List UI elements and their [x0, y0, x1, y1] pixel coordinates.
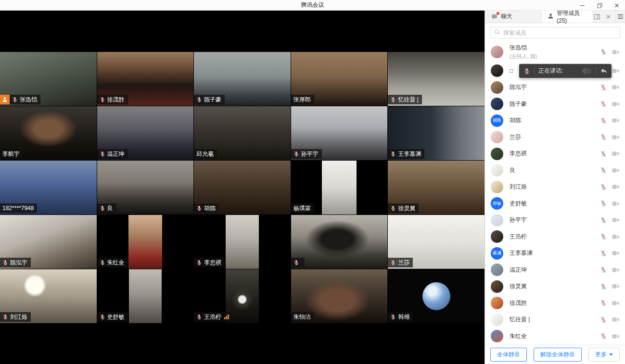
camera-off-icon[interactable] [612, 334, 619, 339]
video-tile[interactable]: 温正坤 [97, 106, 194, 160]
camera-off-icon[interactable] [612, 201, 619, 206]
camera-off-icon[interactable] [612, 217, 619, 223]
member-row[interactable]: 舒敏 史舒敏 [485, 195, 625, 212]
camera-off-icon[interactable] [612, 50, 619, 55]
restore-icon[interactable] [596, 2, 603, 9]
mic-muted-icon[interactable] [600, 233, 607, 240]
member-row[interactable]: 陈子豪 [485, 96, 625, 113]
camera-off-icon[interactable] [612, 68, 619, 74]
video-tile[interactable]: 徐茂胜 [97, 52, 194, 106]
member-row[interactable]: 孙平宇 [485, 212, 625, 229]
popout-panel-icon[interactable] [593, 13, 600, 20]
camera-off-icon[interactable] [612, 284, 619, 289]
video-tile[interactable]: 陈泓宇 [0, 215, 97, 269]
video-tile[interactable]: 史舒敏 [97, 269, 194, 323]
member-row[interactable]: 慕渊 王李慕渊 [485, 245, 625, 262]
member-row[interactable]: 王浩柠 [485, 228, 625, 245]
member-search[interactable] [490, 27, 620, 38]
mic-muted-icon[interactable] [600, 100, 607, 107]
camera-off-icon[interactable] [612, 184, 619, 189]
reply-icon[interactable] [600, 68, 607, 74]
member-row[interactable]: 朱红全 [485, 328, 625, 345]
camera-off-icon[interactable] [612, 135, 619, 140]
member-row[interactable]: 张迅恺 (主持人, 我) [485, 41, 625, 63]
camera-off-icon[interactable] [612, 151, 619, 156]
more-button[interactable]: 更多 [588, 348, 620, 362]
participant-name: 胡陈 [204, 204, 216, 213]
member-row[interactable]: 忆往昔 | [485, 312, 625, 328]
member-row[interactable]: 陈泓宇 [485, 79, 625, 96]
panel-menu-button[interactable] [615, 11, 625, 23]
member-row[interactable]: 温正坤 [485, 262, 625, 278]
mic-muted-icon[interactable] [600, 333, 607, 339]
tab-chat[interactable]: 聊天 [485, 11, 542, 23]
camera-off-icon[interactable] [612, 118, 619, 123]
mic-muted-icon[interactable] [600, 84, 607, 91]
mic-muted-icon[interactable] [600, 316, 607, 323]
mute-all-button[interactable]: 全体静音 [490, 348, 527, 362]
video-tile[interactable]: 陈子豪 [194, 52, 291, 106]
close-icon[interactable]: ✕ [613, 2, 620, 9]
member-row[interactable]: 徐灵翼 [485, 278, 625, 295]
mic-muted-icon[interactable] [600, 200, 607, 207]
camera-off-icon[interactable] [612, 267, 619, 273]
avatar [491, 314, 503, 326]
video-tile[interactable]: 王李慕渊 [388, 106, 485, 160]
camera-off-icon[interactable] [612, 85, 619, 90]
video-tile[interactable]: 杨璞霖 [291, 161, 388, 214]
member-row[interactable]: 李思祺 [485, 146, 625, 163]
video-tile[interactable]: 兰莎 [388, 215, 485, 269]
camera-off-icon[interactable] [612, 234, 619, 239]
tab-members-label: 管理成员(25) [557, 11, 587, 24]
video-tile[interactable]: 朱怡洁 [291, 269, 388, 323]
mic-muted-icon[interactable] [600, 300, 607, 306]
member-list[interactable]: 张迅恺 (主持人, 我) [485, 41, 625, 345]
member-row[interactable]: 良 [485, 162, 625, 179]
camera-off-icon[interactable] [612, 251, 619, 256]
search-input[interactable] [503, 29, 616, 36]
tile-label: 温正坤 [97, 149, 128, 159]
avatar: 胡陈 [491, 114, 503, 127]
video-tile[interactable]: 李思祺 [194, 215, 291, 269]
mic-muted-icon[interactable] [600, 217, 607, 224]
minimize-icon[interactable] [579, 2, 586, 9]
video-tile[interactable]: 邱允羲 [194, 106, 291, 160]
video-tile[interactable]: 朱红全 [97, 215, 194, 269]
mic-muted-icon[interactable] [600, 134, 607, 140]
video-tile[interactable]: 良 [97, 161, 194, 214]
mic-muted-icon[interactable] [600, 184, 607, 190]
video-tile[interactable]: 刘江烁 [0, 269, 97, 323]
video-tile[interactable]: 182****7948 [0, 161, 97, 214]
participant-name: 张厚郎 [293, 96, 311, 104]
member-row[interactable]: 胡陈 胡陈 [485, 113, 625, 129]
tab-members[interactable]: 管理成员(25) [542, 11, 593, 23]
mic-muted-icon[interactable] [600, 283, 607, 290]
camera-off-icon[interactable] [612, 101, 619, 107]
camera-off-icon[interactable] [612, 168, 619, 173]
camera-off-icon[interactable] [612, 301, 619, 306]
video-tile[interactable]: 张迅恺 [0, 52, 97, 106]
mic-muted-icon[interactable] [600, 49, 607, 55]
mic-muted-icon[interactable] [600, 151, 607, 157]
video-tile[interactable]: 李航宇 [0, 106, 97, 160]
video-tile[interactable]: 孙平宇 [291, 106, 388, 160]
member-row[interactable]: 刘江烁 [485, 179, 625, 196]
tile-label: 史舒敏 [97, 312, 128, 322]
video-tile[interactable]: 王浩柠 [194, 269, 291, 323]
camera-off-icon[interactable] [612, 317, 619, 322]
video-tile[interactable]: 胡陈 [194, 161, 291, 214]
mic-muted-icon[interactable] [600, 167, 607, 174]
member-row[interactable]: 兰莎 [485, 129, 625, 146]
video-tile[interactable] [291, 215, 388, 269]
unmute-all-button[interactable]: 解除全体静音 [534, 348, 582, 362]
panel-close-icon[interactable]: ✕ [605, 13, 612, 20]
video-tile[interactable]: 忆往昔 | [388, 52, 485, 106]
mic-muted-icon[interactable] [600, 250, 607, 257]
mic-muted-icon[interactable] [600, 117, 607, 124]
member-row[interactable]: 徐茂胜 [485, 295, 625, 312]
video-tile[interactable]: 张厚郎 [291, 52, 388, 106]
video-tile[interactable]: 韩维 [388, 269, 485, 323]
window-title: 腾讯会议 [301, 1, 324, 9]
video-tile[interactable]: 徐灵翼 [388, 161, 485, 214]
mic-muted-icon[interactable] [600, 266, 607, 273]
